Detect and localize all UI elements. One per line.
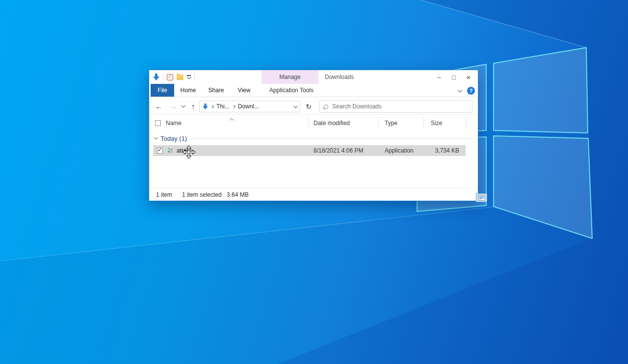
column-header-row: Name Date modified Type Size bbox=[149, 116, 478, 130]
tab-home[interactable]: Home bbox=[174, 84, 202, 97]
ribbon-right-controls: ? bbox=[458, 84, 475, 97]
address-dropdown-icon[interactable] bbox=[293, 104, 297, 108]
file-explorer-window: Manage Downloads – □ × File Home Share V… bbox=[149, 70, 478, 201]
address-downloads-icon bbox=[203, 104, 208, 109]
select-all-checkbox[interactable] bbox=[155, 120, 161, 126]
status-bar: 1 item 1 item selected 3.64 MB bbox=[149, 188, 478, 201]
column-header-type[interactable]: Type bbox=[385, 120, 397, 127]
tab-view[interactable]: View bbox=[230, 84, 258, 97]
column-divider[interactable] bbox=[423, 118, 424, 129]
file-size: 3,734 KB bbox=[418, 145, 459, 156]
toolbar-separator bbox=[163, 74, 163, 80]
column-divider[interactable] bbox=[378, 118, 379, 129]
tab-application-tools[interactable]: Application Tools bbox=[263, 84, 320, 97]
file-row-selected[interactable]: atrem 8/18/2021 4:06 PM Application 3,73… bbox=[153, 145, 466, 156]
move-cursor bbox=[183, 146, 195, 158]
forward-button[interactable]: → bbox=[170, 103, 177, 110]
column-divider[interactable] bbox=[466, 118, 466, 129]
file-date-modified: 8/18/2021 4:06 PM bbox=[314, 145, 363, 156]
desktop: { "window": { "title": "Downloads", "tab… bbox=[0, 0, 628, 364]
application-file-icon bbox=[167, 145, 174, 156]
back-button[interactable]: ← bbox=[155, 103, 162, 110]
breadcrumb-chevron-icon[interactable] bbox=[210, 104, 214, 108]
collapse-group-icon[interactable] bbox=[154, 135, 157, 139]
recent-locations-icon[interactable] bbox=[181, 104, 185, 107]
window-title: Downloads bbox=[325, 70, 354, 84]
close-button[interactable]: × bbox=[461, 70, 476, 84]
customize-toolbar-icon[interactable] bbox=[187, 75, 191, 79]
column-header-date[interactable]: Date modified bbox=[314, 120, 350, 127]
search-box[interactable] bbox=[319, 100, 472, 113]
file-type: Application bbox=[385, 145, 414, 156]
minimize-button[interactable]: – bbox=[432, 70, 446, 84]
search-icon bbox=[324, 104, 328, 109]
large-icons-view-icon bbox=[478, 195, 485, 201]
properties-icon[interactable] bbox=[167, 74, 173, 80]
large-icons-view-button[interactable] bbox=[476, 193, 487, 202]
navigation-bar: ← → ↑ Thi... Downl... ↻ bbox=[149, 98, 478, 115]
downloads-folder-icon bbox=[153, 74, 159, 80]
expand-ribbon-icon[interactable] bbox=[458, 88, 462, 92]
address-bar[interactable]: Thi... Downl... bbox=[199, 101, 300, 112]
tab-share[interactable]: Share bbox=[202, 84, 230, 97]
column-header-size[interactable]: Size bbox=[431, 120, 442, 127]
column-divider[interactable] bbox=[309, 118, 309, 129]
group-header-rule bbox=[192, 138, 473, 139]
quick-access-toolbar bbox=[153, 70, 195, 84]
tab-file[interactable]: File bbox=[151, 84, 174, 97]
tab-manage[interactable]: Manage bbox=[262, 70, 318, 84]
status-item-count: 1 item bbox=[156, 191, 172, 198]
refresh-button[interactable]: ↻ bbox=[302, 101, 315, 112]
search-input[interactable] bbox=[332, 103, 468, 110]
group-header-label: Today (1) bbox=[160, 135, 187, 142]
maximize-button[interactable]: □ bbox=[446, 70, 461, 84]
breadcrumb-chevron-icon[interactable] bbox=[232, 104, 236, 108]
column-header-name[interactable]: Name bbox=[166, 120, 182, 127]
new-folder-icon[interactable] bbox=[177, 75, 183, 80]
status-selected-size: 3.64 MB bbox=[227, 191, 249, 198]
help-icon[interactable]: ? bbox=[467, 87, 475, 95]
title-bar[interactable]: Manage Downloads – □ × bbox=[149, 70, 478, 84]
sort-ascending-icon bbox=[230, 116, 233, 123]
breadcrumb-downloads[interactable]: Downl... bbox=[238, 103, 259, 110]
breadcrumb-this-pc[interactable]: Thi... bbox=[216, 103, 230, 110]
caption-buttons: – □ × bbox=[432, 70, 476, 84]
tab-manage-label: Manage bbox=[279, 74, 300, 80]
logo-pane-top-right bbox=[494, 48, 588, 133]
ribbon-tab-row: File Home Share View Application Tools bbox=[149, 84, 478, 97]
group-header-today[interactable]: Today (1) bbox=[154, 134, 473, 143]
file-checkbox[interactable] bbox=[157, 145, 163, 156]
toolbar-separator bbox=[194, 74, 195, 80]
status-selected: 1 item selected bbox=[182, 191, 222, 198]
up-button[interactable]: ↑ bbox=[191, 103, 195, 110]
